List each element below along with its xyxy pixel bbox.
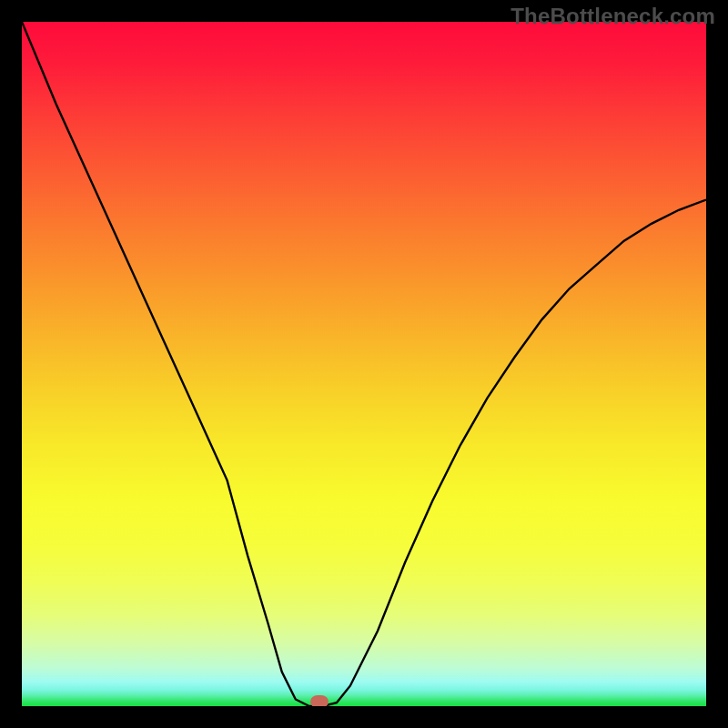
optimal-point-marker bbox=[310, 695, 329, 706]
outer-frame: TheBottleneck.com bbox=[0, 0, 728, 728]
bottleneck-curve-path bbox=[22, 22, 706, 706]
watermark-text: TheBottleneck.com bbox=[511, 4, 715, 29]
bottleneck-curve-svg bbox=[22, 22, 706, 706]
plot-area bbox=[22, 22, 706, 706]
